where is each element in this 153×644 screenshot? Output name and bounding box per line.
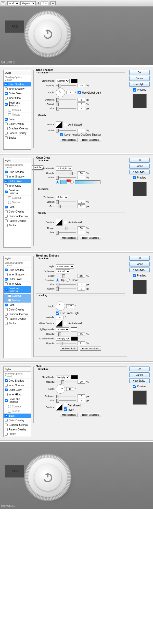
style-checkbox[interactable] — [8, 405, 11, 408]
contour-picker[interactable] — [56, 219, 62, 226]
style-item-stroke[interactable]: Stroke — [4, 432, 31, 437]
style-checkbox[interactable] — [5, 97, 8, 99]
slider[interactable] — [56, 226, 76, 230]
slider[interactable] — [56, 399, 76, 402]
style-checkbox[interactable] — [5, 282, 8, 285]
cancel-button[interactable]: Cancel — [129, 164, 150, 169]
style-item-gradient-overlay[interactable]: Gradient Overlay — [4, 126, 31, 131]
style-item-bevel-and-emboss[interactable]: Bevel and Emboss — [4, 397, 31, 404]
make-default-button[interactable]: Make Default — [60, 236, 78, 240]
color-swatch[interactable] — [71, 79, 78, 83]
style-checkbox[interactable] — [5, 278, 8, 281]
antialias-checkbox[interactable] — [64, 221, 67, 224]
value-input[interactable] — [78, 394, 85, 398]
style-checkbox[interactable] — [5, 136, 8, 139]
style-checkbox[interactable] — [5, 308, 8, 311]
value-input[interactable] — [78, 399, 85, 402]
antialias-checkbox[interactable] — [64, 322, 67, 325]
style-item-inner-glow[interactable]: Inner Glow — [4, 392, 31, 397]
reset-default-button[interactable]: Reset to Default — [80, 347, 101, 351]
style-checkbox[interactable] — [5, 206, 8, 208]
value-input[interactable] — [66, 91, 74, 94]
antialias-checkbox[interactable] — [64, 403, 67, 406]
preview-checkbox[interactable] — [133, 274, 136, 277]
style-item-pattern-overlay[interactable]: Pattern Overlay — [4, 219, 31, 223]
style-checkbox[interactable] — [5, 313, 8, 316]
value-input[interactable] — [78, 231, 85, 234]
cancel-button[interactable]: Cancel — [129, 262, 150, 267]
slider[interactable] — [56, 394, 76, 398]
style-checkbox[interactable] — [8, 294, 11, 297]
slider[interactable] — [56, 274, 76, 278]
style-checkbox[interactable] — [8, 299, 11, 302]
style-checkbox[interactable] — [5, 118, 8, 121]
value-input[interactable] — [78, 176, 85, 179]
global-light-checkbox[interactable] — [78, 91, 81, 94]
preview-toggle[interactable]: Preview — [129, 274, 150, 277]
value-input[interactable] — [66, 387, 74, 391]
value-input[interactable] — [78, 287, 85, 291]
style-item-outer-glow[interactable]: Outer Glow — [4, 91, 31, 96]
value-input[interactable] — [78, 283, 85, 286]
style-checkbox[interactable] — [8, 109, 11, 112]
style-item-stroke[interactable]: Stroke — [4, 136, 31, 140]
value-input[interactable] — [78, 332, 85, 336]
slider[interactable] — [56, 283, 76, 286]
style-checkbox[interactable] — [5, 399, 8, 402]
make-default-button[interactable]: Make Default — [60, 347, 78, 351]
technique-select[interactable]: Softer — [56, 195, 68, 199]
style-checkbox[interactable] — [5, 132, 8, 135]
slider[interactable] — [56, 287, 76, 291]
shadow-color-swatch[interactable] — [71, 337, 78, 341]
blend-mode-select[interactable]: Normal — [56, 79, 70, 83]
slider[interactable] — [56, 171, 76, 175]
slider[interactable] — [56, 204, 76, 208]
blending-options-row[interactable]: Blending Options: Default — [4, 372, 31, 379]
value-input[interactable] — [78, 380, 85, 384]
invert-checkbox[interactable] — [64, 407, 67, 411]
color-radio[interactable] — [56, 181, 59, 184]
style-item-color-overlay[interactable]: Color Overlay — [4, 122, 31, 126]
style-item-gradient-overlay[interactable]: Gradient Overlay — [4, 423, 31, 427]
style-checkbox[interactable] — [5, 191, 8, 193]
style-item-texture[interactable]: Texture — [4, 113, 31, 117]
slider[interactable] — [56, 98, 76, 102]
style-checkbox[interactable] — [5, 123, 8, 125]
value-input[interactable] — [66, 304, 74, 308]
ok-button[interactable]: OK — [129, 256, 150, 261]
style-checkbox[interactable] — [5, 384, 8, 387]
style-checkbox[interactable] — [5, 210, 8, 213]
direction-up-radio[interactable] — [56, 279, 59, 282]
blending-options-row[interactable]: Blending Options: Default — [4, 163, 31, 170]
value-input[interactable] — [78, 204, 85, 208]
style-checkbox[interactable] — [5, 317, 8, 320]
highlight-color-swatch[interactable] — [71, 327, 77, 331]
slider[interactable] — [56, 129, 76, 132]
style-item-pattern-overlay[interactable]: Pattern Overlay — [4, 427, 31, 432]
style-item-satin[interactable]: Satin — [4, 303, 31, 307]
style-item-gradient-overlay[interactable]: Gradient Overlay — [4, 214, 31, 219]
value-input[interactable] — [78, 107, 85, 110]
ok-button[interactable]: OK — [129, 158, 150, 163]
style-item-bevel-and-emboss[interactable]: Bevel and Emboss — [4, 188, 31, 196]
global-light-checkbox[interactable] — [56, 312, 59, 315]
style-checkbox[interactable] — [5, 273, 8, 276]
style-item-bevel-and-emboss[interactable]: Bevel and Emboss — [4, 286, 31, 294]
style-item-satin[interactable]: Satin — [4, 414, 31, 418]
blending-options-row[interactable]: Blending Options: Default — [4, 261, 31, 268]
blend-mode-select[interactable]: Soft Light — [56, 166, 72, 171]
font-family-select[interactable]: Arial — [7, 1, 19, 5]
style-checkbox[interactable] — [5, 393, 8, 396]
reset-default-button[interactable]: Reset to Default — [80, 236, 101, 240]
style-checkbox[interactable] — [8, 196, 11, 199]
anti-alias-icon[interactable]: aa — [50, 1, 56, 5]
style-item-color-overlay[interactable]: Color Overlay — [4, 307, 31, 312]
style-checkbox[interactable] — [5, 424, 8, 426]
style-item-contour[interactable]: Contour — [4, 294, 31, 298]
slider[interactable] — [56, 332, 76, 336]
blend-mode-select[interactable]: Multiply — [56, 375, 70, 379]
style-item-outer-glow[interactable]: Outer Glow — [4, 277, 31, 282]
style-checkbox[interactable] — [8, 113, 11, 116]
style-item-contour[interactable]: Contour — [4, 196, 31, 200]
reset-default-button[interactable]: Reset to Default — [80, 413, 101, 417]
